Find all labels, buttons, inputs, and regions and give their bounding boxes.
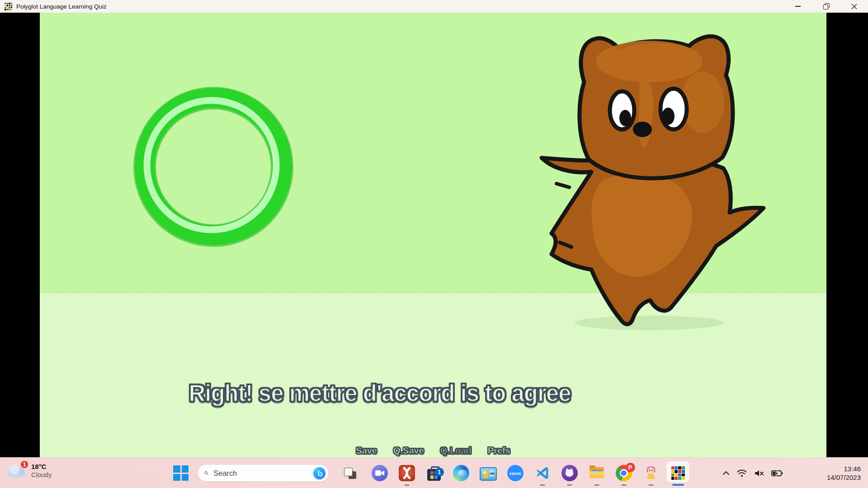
running-indicator [540, 484, 545, 486]
taskbar-item-red-arcs-app[interactable] [395, 459, 418, 487]
microsoft-store-icon: 1 [426, 465, 442, 481]
weather-widget[interactable]: 1 18°C Cloudy [6, 463, 52, 479]
brown-character[interactable] [536, 30, 771, 335]
tray-date: 14/07/2023 [827, 473, 861, 482]
task-view-button[interactable] [344, 468, 356, 479]
close-icon [851, 4, 857, 9]
teams-chat-icon [372, 465, 388, 481]
start-button[interactable] [173, 465, 189, 481]
taskbar-item-file-explorer[interactable] [585, 459, 608, 487]
taskbar-apps: 1 zoom [368, 459, 689, 487]
weather-condition: Cloudy [31, 471, 52, 479]
search-input[interactable] [213, 469, 313, 478]
right-eye [660, 89, 687, 129]
restore-button[interactable] [812, 0, 840, 13]
window-title: Polyglot Language Learning Quiz [16, 3, 107, 10]
minimize-icon [795, 6, 801, 7]
weather-temp: 18°C [31, 463, 52, 470]
clock-widget[interactable]: 13:46 14/07/2023 [827, 464, 861, 482]
taskbar-item-media-settings[interactable] [476, 459, 500, 487]
taskbar: 1 18°C Cloudy [0, 457, 868, 488]
zoom-icon: zoom [507, 465, 524, 481]
vscode-icon [535, 466, 550, 480]
anime-character-icon [643, 465, 659, 481]
bing-icon[interactable] [313, 467, 326, 480]
wifi-icon[interactable] [737, 469, 747, 477]
taskbar-item-anime-app[interactable] [639, 459, 662, 487]
taskbar-item-polyglot-quiz-active[interactable] [666, 459, 689, 487]
tray-time: 13:46 [827, 464, 861, 473]
tray-chevron-up-icon[interactable] [722, 471, 730, 475]
nose [633, 122, 652, 137]
taskbar-item-chrome[interactable]: P [612, 459, 635, 487]
save-button[interactable]: Save [356, 445, 377, 456]
close-button[interactable] [840, 0, 868, 13]
running-indicator [621, 484, 626, 486]
polyglot-quiz-icon [671, 466, 685, 480]
taskbar-item-vscode[interactable] [531, 459, 554, 487]
system-tray [722, 458, 783, 488]
running-indicator [594, 484, 599, 486]
quiz-menu: Save Q.Save Q.Load Prefs [356, 445, 510, 456]
file-explorer-icon [589, 466, 605, 482]
volume-muted-icon[interactable] [754, 469, 764, 477]
taskbar-item-zoom[interactable]: zoom [504, 459, 527, 487]
windows-logo-icon [173, 465, 180, 473]
minimize-button[interactable] [784, 0, 812, 13]
chrome-icon: P [616, 465, 632, 481]
store-notification-badge: 1 [435, 468, 444, 477]
green-ring-shape[interactable] [132, 85, 295, 250]
chrome-profile-badge: P [626, 463, 635, 472]
window-titlebar: Polyglot Language Learning Quiz [0, 0, 868, 13]
search-icon [204, 469, 208, 477]
app-icon [5, 3, 12, 10]
github-icon [561, 465, 578, 481]
running-indicator [648, 484, 653, 486]
quiz-scene: Right! se mettre d'accord is to agree Sa… [40, 13, 826, 457]
window-controls [784, 0, 868, 13]
running-indicator [404, 484, 409, 486]
notification-badge: 1 [20, 460, 29, 469]
taskbar-item-edge[interactable] [449, 459, 472, 487]
media-settings-icon [480, 467, 497, 481]
red-arcs-app-icon [399, 465, 415, 481]
quick-save-button[interactable]: Q.Save [393, 445, 424, 456]
battery-charging-icon[interactable] [771, 470, 783, 477]
taskbar-item-teams-chat[interactable] [368, 459, 391, 487]
prefs-button[interactable]: Prefs [488, 445, 510, 456]
search-box[interactable] [198, 464, 329, 482]
desktop-screen: Polyglot Language Learning Quiz [0, 0, 868, 488]
restore-icon [824, 4, 829, 9]
taskbar-item-github[interactable] [558, 459, 581, 487]
quiz-feedback-caption: Right! se mettre d'accord is to agree [189, 380, 571, 407]
character-shadow [575, 316, 724, 330]
cloud-icon: 1 [6, 464, 26, 478]
quick-load-button[interactable]: Q.Load [440, 445, 472, 456]
running-indicator [567, 484, 572, 486]
edge-icon [453, 465, 469, 481]
taskbar-item-microsoft-store[interactable]: 1 [422, 459, 445, 487]
active-window-indicator [672, 484, 684, 486]
